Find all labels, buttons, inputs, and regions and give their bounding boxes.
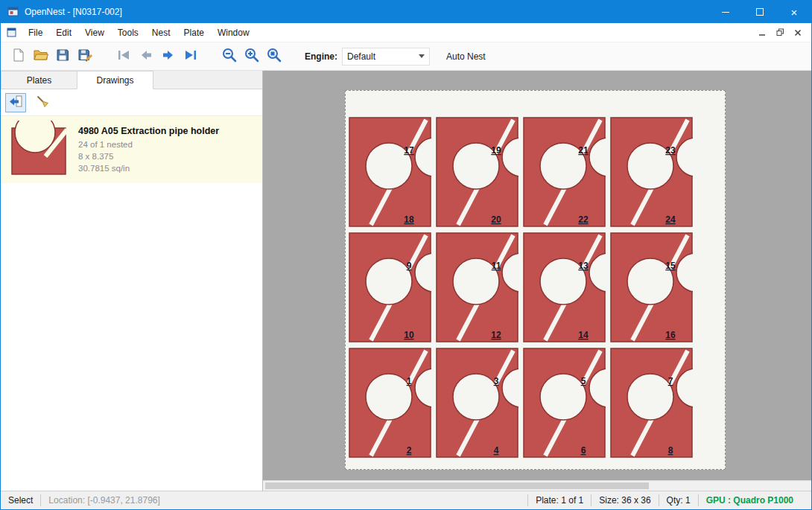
part-number-bottom: 4 <box>494 445 499 456</box>
engine-select[interactable]: Default <box>342 48 430 66</box>
open-folder-button[interactable] <box>29 45 51 68</box>
import-drawing-button[interactable] <box>5 93 26 112</box>
tab-plates[interactable]: Plates <box>1 71 77 89</box>
status-bar: Select Location: [-0.9437, 21.8796] Plat… <box>1 491 811 509</box>
save-button[interactable] <box>51 45 74 68</box>
zoom-out-icon <box>221 47 238 66</box>
part-number-top: 21 <box>578 145 589 156</box>
sidebar: Plates Drawings <box>1 71 263 491</box>
nested-part-pair[interactable]: 56 <box>523 348 606 458</box>
drawing-title: 4980 A05 Extraction pipe holder <box>78 126 219 136</box>
nested-part-pair[interactable]: 1112 <box>436 232 518 342</box>
zoom-in-button[interactable] <box>241 45 263 68</box>
broom-icon <box>35 94 50 111</box>
nested-part-pair[interactable]: 1314 <box>523 232 606 342</box>
nav-prev-icon <box>139 48 153 64</box>
part-number-bottom: 14 <box>578 330 589 340</box>
clear-broom-button[interactable] <box>32 93 53 112</box>
menu-item-tools[interactable]: Tools <box>111 23 145 42</box>
close-icon: × <box>791 7 798 18</box>
mdi-minimize-button[interactable] <box>753 25 771 40</box>
save-edit-button[interactable] <box>74 45 96 68</box>
engine-value: Default <box>347 51 419 62</box>
window-title: OpenNest - [N0317-002] <box>25 7 122 17</box>
part-number-bottom: 16 <box>665 330 676 340</box>
import-drawing-icon <box>8 94 23 111</box>
zoom-fit-button[interactable] <box>263 45 285 68</box>
part-number-top: 3 <box>494 376 499 386</box>
save-edit-icon <box>77 48 93 65</box>
status-location: Location: [-0.9437, 21.8796] <box>41 491 167 509</box>
status-mode: Select <box>1 491 40 509</box>
menu-bar: File Edit View Tools Nest Plate Window <box>1 23 811 42</box>
nested-part-pair[interactable]: 1516 <box>610 232 693 342</box>
nested-part-pair[interactable]: 12 <box>349 348 431 458</box>
status-plate: Plate: 1 of 1 <box>528 491 591 509</box>
nested-part-pair[interactable]: 34 <box>436 348 518 458</box>
new-file-button[interactable] <box>7 45 29 68</box>
part-number-bottom: 18 <box>404 214 414 225</box>
zoom-in-icon <box>244 47 260 66</box>
nav-first-button[interactable] <box>112 45 135 68</box>
maximize-button[interactable] <box>743 1 777 23</box>
sidebar-tabstrip: Plates Drawings <box>1 71 262 89</box>
part-number-top: 9 <box>407 261 412 271</box>
nested-part-pair[interactable]: 1718 <box>349 117 431 227</box>
menu-item-edit[interactable]: Edit <box>49 23 78 42</box>
new-file-icon <box>10 48 25 65</box>
drawing-list-item[interactable]: 4980 A05 Extraction pipe holder 24 of 1 … <box>1 116 262 183</box>
part-number-top: 1 <box>407 376 412 386</box>
nested-part-pair[interactable]: 78 <box>610 348 693 458</box>
menu-item-file[interactable]: File <box>22 23 49 42</box>
zoom-out-button[interactable] <box>218 45 241 68</box>
part-number-bottom: 8 <box>668 445 673 456</box>
nested-part-pair[interactable]: 2324 <box>610 117 693 227</box>
nesting-canvas[interactable]: 171819202122232491011121314151612345678 <box>263 71 811 491</box>
nav-first-icon <box>116 48 131 64</box>
resize-grip <box>801 491 811 509</box>
horizontal-scrollbar[interactable] <box>263 480 811 491</box>
nested-part-pair[interactable]: 1920 <box>436 117 518 227</box>
close-button[interactable]: × <box>777 1 811 23</box>
mdi-restore-button[interactable] <box>771 25 789 40</box>
drawing-list-empty-area <box>1 183 262 491</box>
menu-item-window[interactable]: Window <box>211 23 256 42</box>
chevron-down-icon <box>419 54 425 58</box>
nested-part-pair[interactable]: 2122 <box>523 117 606 227</box>
menu-item-view[interactable]: View <box>78 23 111 42</box>
part-number-top: 5 <box>581 376 586 386</box>
nav-next-button[interactable] <box>157 45 180 68</box>
nav-prev-button[interactable] <box>135 45 157 68</box>
minimize-button[interactable] <box>708 1 743 23</box>
title-bar: OpenNest - [N0317-002] × <box>1 1 811 23</box>
tab-drawings[interactable]: Drawings <box>77 71 153 89</box>
menu-item-nest[interactable]: Nest <box>145 23 177 42</box>
nested-part-pair[interactable]: 910 <box>349 232 431 342</box>
plate-sheet[interactable]: 171819202122232491011121314151612345678 <box>345 90 726 470</box>
part-number-bottom: 10 <box>404 330 414 340</box>
nav-last-button[interactable] <box>180 45 202 68</box>
part-number-bottom: 2 <box>407 445 412 456</box>
part-number-top: 19 <box>491 145 501 156</box>
engine-label: Engine: <box>305 51 337 62</box>
nav-next-icon <box>161 48 176 64</box>
mdi-close-button[interactable] <box>789 25 807 40</box>
part-number-top: 11 <box>492 261 501 271</box>
zoom-fit-icon <box>266 47 282 66</box>
save-icon <box>55 48 70 65</box>
drawing-thumbnail <box>7 120 72 179</box>
part-number-bottom: 12 <box>491 330 501 340</box>
part-number-top: 13 <box>578 261 589 271</box>
application-window: OpenNest - [N0317-002] × File Edit View … <box>0 0 812 510</box>
drawing-area: 30.7815 sq/in <box>78 162 219 174</box>
status-gpu: GPU : Quadro P1000 <box>699 491 801 509</box>
part-number-top: 17 <box>404 145 414 156</box>
menu-item-plate[interactable]: Plate <box>177 23 211 42</box>
part-number-top: 23 <box>665 145 676 156</box>
drawing-nested-count: 24 of 1 nested <box>78 138 219 150</box>
part-number-bottom: 6 <box>581 445 586 456</box>
part-number-bottom: 22 <box>578 214 589 225</box>
auto-nest-button[interactable]: Auto Nest <box>442 48 490 65</box>
horizontal-scrollbar-thumb[interactable] <box>265 482 649 489</box>
nest-parts: 171819202122232491011121314151612345678 <box>346 91 725 469</box>
